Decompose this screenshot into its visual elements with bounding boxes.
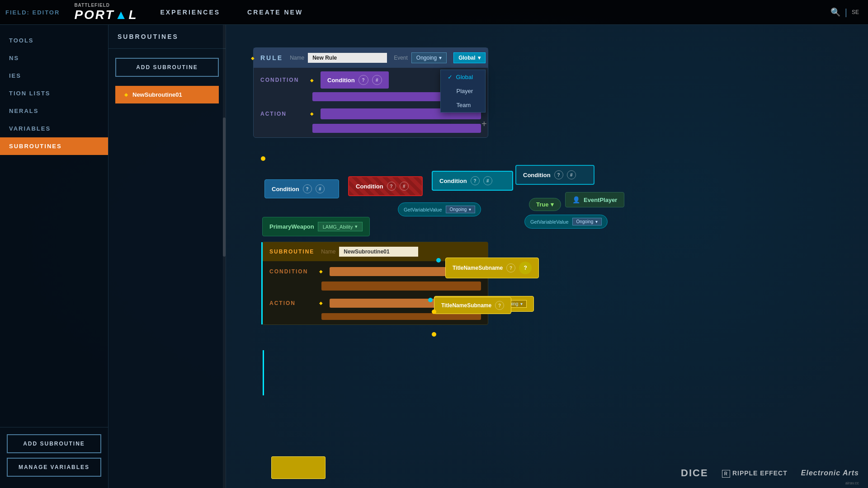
- primary-weapon-block[interactable]: PrimaryWeapon LAMG_Ability ▾: [262, 217, 370, 236]
- cyan-border: [261, 242, 263, 324]
- title-name-2-help[interactable]: ?: [495, 301, 504, 310]
- event-player-icon: 👤: [572, 196, 580, 203]
- bottom-logos: DICE RRIPPLE EFFECT Electronic Arts aira…: [681, 467, 859, 479]
- condition-node-blue-label: Condition: [272, 186, 299, 192]
- title-name-1-question: ?: [524, 265, 527, 271]
- chevron-down-icon: ▾: [439, 55, 442, 61]
- search-icon[interactable]: 🔍: [830, 7, 840, 17]
- scope-dropdown[interactable]: Global ▾: [453, 52, 485, 63]
- add-subroutine-button[interactable]: ADD SUBROUTINE: [115, 58, 219, 77]
- ripple-effect-logo: RRIPPLE EFFECT: [722, 469, 788, 477]
- primary-weapon-dropdown[interactable]: LAMG_Ability ▾: [318, 222, 363, 231]
- nav-create-new[interactable]: CREATE NEW: [234, 9, 316, 16]
- nav-experiences[interactable]: EXPERIENCES: [146, 9, 234, 16]
- watermark: airav.cc: [845, 481, 859, 485]
- condition-node-cyan-hash[interactable]: #: [483, 176, 492, 185]
- subroutine-label: SUBROUTINE: [269, 249, 314, 255]
- condition-node-red[interactable]: Condition ? #: [348, 176, 423, 196]
- scope-option-player[interactable]: Player: [441, 84, 485, 98]
- get-variable-value-top-block[interactable]: GetVariableValue Ongoing ▾: [524, 215, 608, 229]
- search-separator: |: [845, 7, 847, 18]
- title-name-block-2: TitleNameSubname ?: [434, 297, 511, 314]
- sub-cond-diamond: ◆: [319, 269, 323, 274]
- condition-node-cyan[interactable]: Condition ? #: [432, 171, 513, 191]
- sidebar-bottom: ADD SUBROUTINE MANAGE VARIABLES: [0, 427, 108, 488]
- dot-action-yellow: [261, 156, 265, 161]
- left-sidebar: TOOLS NS IES TION LISTS NERALS VARIABLES…: [0, 25, 108, 488]
- subroutine-item-newsubroutine01[interactable]: NewSubroutine01: [115, 86, 219, 103]
- condition-node-cyan-help[interactable]: ?: [471, 176, 480, 185]
- dot-title-cyan-2: [428, 298, 433, 302]
- condition-node-red-help[interactable]: ?: [387, 182, 396, 191]
- get-variable-dropdown[interactable]: Ongoing ▾: [446, 206, 476, 213]
- rule-block: ◆ RULE Name Event Ongoing ▾ Global ▾: [253, 47, 488, 138]
- add-button[interactable]: +: [481, 119, 487, 129]
- subroutine-name-group: Name: [321, 247, 418, 257]
- title-name-1-help[interactable]: ?: [506, 263, 515, 272]
- condition-diamond: ◆: [310, 78, 314, 83]
- brand-logo: BATTLEFIELD PORT▲L: [65, 3, 146, 22]
- true-block[interactable]: True ▾: [529, 198, 561, 211]
- name-input[interactable]: [308, 53, 387, 63]
- scope-option-global[interactable]: ✓ Global: [441, 70, 485, 84]
- rule-diamond: ◆: [251, 56, 255, 61]
- condition-node-blue-hash[interactable]: #: [316, 184, 325, 193]
- condition-node-blue[interactable]: Condition ? #: [264, 179, 339, 198]
- sidebar-item-subroutines[interactable]: SUBROUTINES: [0, 137, 108, 155]
- subroutine-name-label: Name: [321, 249, 335, 255]
- get-var-top-chevron: ▾: [595, 219, 598, 224]
- condition-block[interactable]: Condition ? #: [321, 71, 389, 89]
- sidebar-item-tion-lists[interactable]: TION LISTS: [0, 84, 108, 102]
- condition-node-darkcyan-help[interactable]: ?: [554, 170, 563, 179]
- canvas-area: ◆ RULE Name Event Ongoing ▾ Global ▾: [226, 25, 868, 488]
- vertical-connector: [263, 350, 264, 395]
- condition-node-cyan-label: Condition: [439, 178, 467, 184]
- condition-hash-icon[interactable]: #: [372, 75, 382, 85]
- scroll-bar[interactable]: [223, 25, 226, 488]
- rule-label: RULE: [260, 54, 283, 61]
- condition-node-darkcyan-label: Condition: [523, 172, 551, 178]
- portal-label: PORT▲L: [74, 8, 137, 22]
- sidebar-item-tools[interactable]: TOOLS: [0, 32, 108, 49]
- sub-action-diamond: ◆: [319, 300, 323, 305]
- get-var-ongoing-chevron: ▾: [520, 301, 523, 306]
- sidebar-item-ns[interactable]: NS: [0, 49, 108, 67]
- true-chevron: ▾: [551, 201, 554, 208]
- action-label: ACTION: [260, 111, 306, 117]
- event-dropdown[interactable]: Ongoing ▾: [411, 52, 447, 63]
- condition-help-icon[interactable]: ?: [359, 75, 368, 85]
- ea-logo: Electronic Arts: [801, 469, 859, 477]
- subroutine-action-label: ACTION: [269, 300, 315, 306]
- title-name-1-circle[interactable]: ?: [519, 262, 532, 274]
- chevron-down-icon-scope: ▾: [478, 55, 481, 61]
- bf-label: BATTLEFIELD: [74, 3, 137, 8]
- condition-node-dark-cyan[interactable]: Condition ? #: [515, 165, 594, 185]
- event-player-block[interactable]: 👤 EventPlayer: [565, 192, 624, 207]
- name-label: Name: [290, 55, 304, 61]
- get-variable-top-dropdown[interactable]: Ongoing ▾: [572, 218, 602, 225]
- sidebar-nav-section: TOOLS NS IES TION LISTS NERALS VARIABLES…: [0, 25, 108, 162]
- get-variable-value-block[interactable]: GetVariableValue Ongoing ▾: [398, 202, 481, 216]
- check-icon: ✓: [448, 74, 453, 80]
- condition-node-red-hash[interactable]: #: [400, 182, 409, 191]
- search-area[interactable]: 🔍 | SE: [830, 7, 868, 18]
- se-label: SE: [852, 9, 859, 15]
- event-field-group: Event Ongoing ▾: [394, 52, 447, 63]
- sidebar-item-variables[interactable]: VARIABLES: [0, 120, 108, 137]
- dot-sub-action-yellow-2: [432, 332, 436, 337]
- subroutine-name-input[interactable]: [339, 247, 418, 257]
- sub-cond-bar-2: [321, 282, 481, 291]
- add-subroutine-bottom-button[interactable]: ADD SUBROUTINE: [7, 434, 101, 453]
- manage-variables-button[interactable]: MANAGE VARIABLES: [7, 458, 101, 477]
- dice-logo: DICE: [681, 467, 708, 479]
- condition-node-darkcyan-hash[interactable]: #: [567, 170, 576, 179]
- chevron-icon: ▾: [469, 207, 471, 212]
- subroutine-condition-label: CONDITION: [269, 268, 315, 275]
- subroutines-panel: SUBROUTINES ADD SUBROUTINE NewSubroutine…: [108, 25, 226, 488]
- condition-node-blue-help[interactable]: ?: [303, 184, 312, 193]
- scope-option-team[interactable]: Team: [441, 98, 485, 112]
- lamg-chevron: ▾: [355, 224, 358, 230]
- editor-label: FIELD: EDITOR: [0, 9, 65, 16]
- sidebar-item-ies[interactable]: IES: [0, 67, 108, 84]
- sidebar-item-nerals[interactable]: NERALS: [0, 102, 108, 120]
